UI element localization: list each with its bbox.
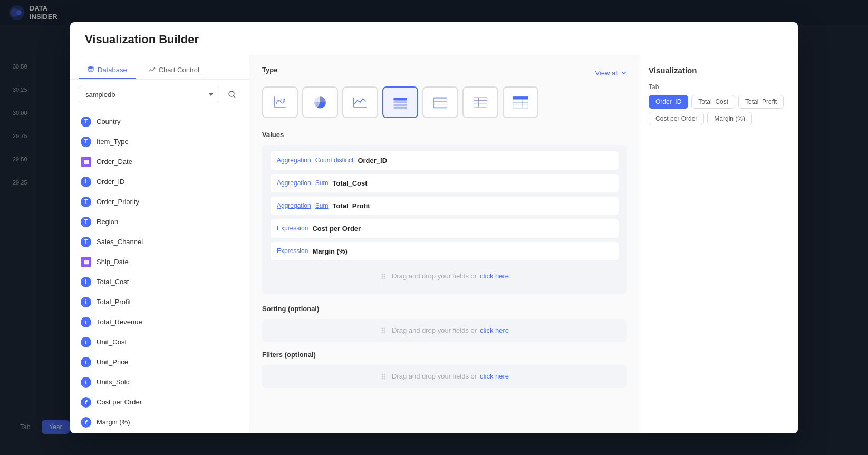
field-item-units-sold[interactable]: i Units_Sold: [70, 372, 249, 392]
agg-tag-2[interactable]: Aggregation: [277, 179, 311, 187]
line-chart-icon: [351, 93, 370, 112]
svg-point-40: [381, 332, 383, 333]
table-flat-icon: [391, 93, 410, 112]
svg-point-48: [383, 375, 385, 377]
chart-type-table-full[interactable]: [503, 86, 538, 118]
type-header: Type View all: [262, 66, 627, 80]
value-row-total-cost[interactable]: Aggregation Sum Total_Cost: [271, 174, 619, 192]
svg-rect-14: [393, 104, 407, 106]
field-item-ship-date[interactable]: ▦ Ship_Date: [70, 252, 249, 272]
filters-drag-text: Drag and drop your fields or: [392, 372, 477, 380]
modal-overlay: Visualization Builder Database: [0, 0, 868, 455]
svg-point-47: [383, 373, 385, 375]
visualization-title: Visualization: [649, 66, 789, 75]
values-label: Values: [262, 131, 627, 139]
svg-point-42: [383, 330, 385, 331]
field-name-2: Total_Cost: [332, 179, 367, 187]
viz-tab-order-id[interactable]: Order_ID: [649, 95, 688, 109]
field-item-item-type[interactable]: T Item_Type: [70, 132, 249, 152]
field-item-sales-channel[interactable]: T Sales_Channel: [70, 232, 249, 252]
tab-label: Tab: [649, 83, 789, 91]
modal-body: Database Chart Control sampledb: [70, 55, 798, 433]
field-item-roi[interactable]: f ROI: [70, 432, 249, 433]
field-list: T Country T Item_Type ▦ Order_Date i Ord…: [70, 110, 249, 433]
center-panel: Type View all: [249, 55, 640, 433]
search-area: sampledb: [70, 80, 249, 110]
sorting-drag-icon: [380, 326, 389, 335]
chart-type-pie[interactable]: [302, 86, 338, 118]
filters-click-here[interactable]: click here: [480, 372, 509, 380]
values-box: Aggregation Count distinct Order_ID Aggr…: [262, 145, 627, 294]
tab-chart-control[interactable]: Chart Control: [140, 62, 208, 79]
svg-point-36: [383, 275, 385, 277]
field-item-order-id[interactable]: i Order_ID: [70, 172, 249, 192]
filters-drag-drop: Drag and drop your fields or click here: [262, 365, 627, 388]
chart-type-scatter[interactable]: [262, 86, 298, 118]
field-item-margin[interactable]: f Margin (%): [70, 412, 249, 432]
sorting-label: Sorting (optional): [262, 305, 627, 313]
filters-box: Drag and drop your fields or click here: [262, 365, 627, 388]
database-icon: [87, 66, 94, 73]
values-click-here[interactable]: click here: [480, 272, 509, 280]
search-button[interactable]: [224, 86, 240, 103]
agg-tag-3[interactable]: Aggregation: [277, 202, 311, 209]
agg-tag-4[interactable]: Expression: [277, 225, 308, 232]
scatter-chart-icon: [271, 93, 290, 112]
chart-type-table-list1[interactable]: [422, 86, 458, 118]
left-panel: Database Chart Control sampledb: [70, 55, 249, 433]
field-item-total-revenue[interactable]: i Total_Revenue: [70, 312, 249, 332]
chart-type-line[interactable]: [342, 86, 378, 118]
values-drag-drop: Drag and drop your fields or click here: [271, 265, 619, 288]
chart-type-selector: [262, 86, 627, 118]
drag-text: Drag and drop your fields or: [392, 272, 477, 280]
agg-method-3[interactable]: Sum: [315, 202, 329, 209]
field-item-total-cost[interactable]: i Total_Cost: [70, 272, 249, 292]
field-icon-total-profit: i: [81, 297, 91, 307]
sorting-click-here[interactable]: click here: [480, 326, 509, 334]
field-name-1: Order_ID: [358, 157, 387, 164]
tab-database[interactable]: Database: [79, 62, 136, 79]
agg-method-2[interactable]: Sum: [315, 179, 329, 187]
view-all-button[interactable]: View all: [595, 69, 627, 77]
visualization-tabs: Order_ID Total_Cost Total_Profit Cost pe…: [649, 95, 789, 125]
viz-tab-margin[interactable]: Margin (%): [707, 112, 752, 125]
field-icon-item-type: T: [81, 137, 91, 147]
svg-rect-15: [393, 107, 407, 109]
chart-type-table-list2[interactable]: [462, 86, 498, 118]
svg-rect-12: [393, 98, 407, 100]
field-item-region[interactable]: T Region: [70, 212, 249, 232]
svg-point-38: [381, 327, 383, 329]
viz-tab-total-cost[interactable]: Total_Cost: [691, 95, 735, 109]
viz-tab-cost-per-order[interactable]: Cost per Order: [649, 112, 704, 125]
svg-point-34: [381, 277, 383, 279]
chevron-down-icon: [621, 70, 627, 76]
value-row-cost-per-order[interactable]: Expression Cost per Order: [271, 219, 619, 238]
svg-point-49: [383, 377, 385, 379]
agg-method-1[interactable]: Count distinct: [315, 157, 354, 164]
field-item-unit-price[interactable]: i Unit_Price: [70, 352, 249, 372]
agg-tag-5[interactable]: Expression: [277, 247, 308, 255]
search-icon: [228, 90, 236, 99]
field-item-cost-per-order[interactable]: f Cost per Order: [70, 392, 249, 412]
svg-point-45: [381, 375, 383, 377]
value-row-margin[interactable]: Expression Margin (%): [271, 242, 619, 260]
database-select[interactable]: sampledb: [79, 86, 219, 103]
field-item-unit-cost[interactable]: i Unit_Cost: [70, 332, 249, 352]
field-icon-order-priority: T: [81, 197, 91, 207]
field-item-country[interactable]: T Country: [70, 112, 249, 132]
svg-point-46: [381, 377, 383, 379]
field-icon-total-revenue: i: [81, 317, 91, 327]
field-item-order-priority[interactable]: T Order_Priority: [70, 192, 249, 212]
type-label: Type: [262, 66, 277, 74]
chart-type-table-flat[interactable]: [382, 86, 418, 118]
svg-point-44: [381, 373, 383, 375]
value-row-total-profit[interactable]: Aggregation Sum Total_Profit: [271, 197, 619, 215]
value-row-order-id[interactable]: Aggregation Count distinct Order_ID: [271, 151, 619, 170]
field-item-total-profit[interactable]: i Total_Profit: [70, 292, 249, 312]
field-name-3: Total_Profit: [332, 202, 370, 210]
viz-tab-total-profit[interactable]: Total_Profit: [738, 95, 784, 109]
field-item-order-date[interactable]: ▦ Order_Date: [70, 152, 249, 172]
svg-point-4: [153, 67, 155, 69]
svg-point-33: [381, 275, 383, 277]
agg-tag-1[interactable]: Aggregation: [277, 157, 311, 164]
